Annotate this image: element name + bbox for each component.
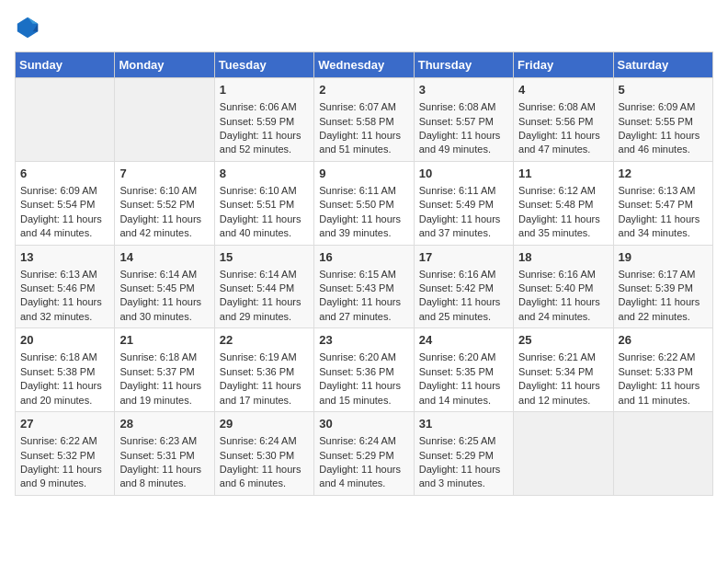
sunrise-text: Sunrise: 6:08 AM [518,100,608,114]
calendar-cell: 31Sunrise: 6:25 AMSunset: 5:29 PMDayligh… [414,412,513,496]
sunrise-text: Sunrise: 6:14 AM [119,268,209,282]
sunrise-text: Sunrise: 6:06 AM [220,100,309,114]
calendar-cell [613,412,712,496]
day-number: 26 [619,332,708,349]
sunset-text: Sunset: 5:58 PM [319,115,408,129]
day-header-friday: Friday [514,52,613,78]
svg-marker-0 [17,17,38,38]
daylight-text: Daylight: 11 hours and 44 minutes. [20,213,109,241]
sunset-text: Sunset: 5:59 PM [220,115,309,129]
day-number: 15 [220,249,309,266]
calendar-cell: 27Sunrise: 6:22 AMSunset: 5:32 PMDayligh… [16,412,115,496]
calendar-week-4: 27Sunrise: 6:22 AMSunset: 5:32 PMDayligh… [16,412,713,496]
day-number: 19 [619,249,708,266]
calendar-cell [115,78,214,162]
calendar-week-3: 20Sunrise: 6:18 AMSunset: 5:38 PMDayligh… [16,328,713,412]
daylight-text: Daylight: 11 hours and 46 minutes. [619,129,708,157]
calendar-cell: 11Sunrise: 6:12 AMSunset: 5:48 PMDayligh… [514,161,613,245]
calendar-cell: 12Sunrise: 6:13 AMSunset: 5:47 PMDayligh… [613,161,712,245]
calendar-cell: 8Sunrise: 6:10 AMSunset: 5:51 PMDaylight… [214,161,313,245]
sunrise-text: Sunrise: 6:17 AM [619,268,708,282]
calendar-cell: 23Sunrise: 6:20 AMSunset: 5:36 PMDayligh… [314,328,414,412]
sunset-text: Sunset: 5:33 PM [619,365,708,379]
logo-icon [15,15,40,40]
sunrise-text: Sunrise: 6:16 AM [518,268,608,282]
daylight-text: Daylight: 11 hours and 3 minutes. [419,463,508,491]
sunset-text: Sunset: 5:29 PM [319,449,408,463]
calendar-cell: 3Sunrise: 6:08 AMSunset: 5:57 PMDaylight… [414,78,513,162]
sunrise-text: Sunrise: 6:15 AM [319,268,408,282]
daylight-text: Daylight: 11 hours and 39 minutes. [319,213,408,241]
sunset-text: Sunset: 5:36 PM [220,365,309,379]
sunrise-text: Sunrise: 6:09 AM [619,100,708,114]
daylight-text: Daylight: 11 hours and 17 minutes. [220,379,309,408]
day-header-thursday: Thursday [414,52,513,78]
day-number: 8 [220,166,309,182]
sunset-text: Sunset: 5:52 PM [119,198,209,212]
daylight-text: Daylight: 11 hours and 19 minutes. [119,379,209,408]
calendar-cell: 9Sunrise: 6:11 AMSunset: 5:50 PMDaylight… [314,161,414,245]
day-number: 18 [518,249,608,266]
day-header-sunday: Sunday [16,52,115,78]
sunset-text: Sunset: 5:54 PM [20,198,109,212]
sunset-text: Sunset: 5:51 PM [220,198,309,212]
sunrise-text: Sunrise: 6:24 AM [220,434,309,448]
calendar-cell: 5Sunrise: 6:09 AMSunset: 5:55 PMDaylight… [613,78,712,162]
sunset-text: Sunset: 5:34 PM [518,365,608,379]
sunset-text: Sunset: 5:56 PM [518,115,608,129]
calendar-cell: 2Sunrise: 6:07 AMSunset: 5:58 PMDaylight… [314,78,414,162]
day-number: 13 [20,249,109,266]
daylight-text: Daylight: 11 hours and 51 minutes. [319,129,408,157]
daylight-text: Daylight: 11 hours and 27 minutes. [319,295,408,324]
calendar-cell: 10Sunrise: 6:11 AMSunset: 5:49 PMDayligh… [414,161,513,245]
calendar-cell: 29Sunrise: 6:24 AMSunset: 5:30 PMDayligh… [214,412,313,496]
day-number: 4 [518,82,608,98]
calendar-cell: 1Sunrise: 6:06 AMSunset: 5:59 PMDaylight… [214,78,313,162]
day-number: 22 [220,332,309,349]
day-number: 16 [319,249,408,266]
sunset-text: Sunset: 5:48 PM [518,198,608,212]
calendar-cell: 15Sunrise: 6:14 AMSunset: 5:44 PMDayligh… [214,245,313,328]
daylight-text: Daylight: 11 hours and 15 minutes. [319,379,408,408]
sunset-text: Sunset: 5:57 PM [419,115,508,129]
calendar-week-2: 13Sunrise: 6:13 AMSunset: 5:46 PMDayligh… [16,245,713,328]
sunrise-text: Sunrise: 6:11 AM [319,184,408,198]
sunrise-text: Sunrise: 6:25 AM [419,434,508,448]
calendar-cell: 13Sunrise: 6:13 AMSunset: 5:46 PMDayligh… [16,245,115,328]
sunset-text: Sunset: 5:55 PM [619,115,708,129]
sunset-text: Sunset: 5:42 PM [419,282,508,295]
sunset-text: Sunset: 5:45 PM [119,282,209,295]
sunrise-text: Sunrise: 6:09 AM [20,184,109,198]
day-number: 30 [319,416,408,432]
calendar-cell: 30Sunrise: 6:24 AMSunset: 5:29 PMDayligh… [314,412,414,496]
sunrise-text: Sunrise: 6:07 AM [319,100,408,114]
daylight-text: Daylight: 11 hours and 40 minutes. [220,213,309,241]
calendar-cell: 19Sunrise: 6:17 AMSunset: 5:39 PMDayligh… [613,245,712,328]
sunrise-text: Sunrise: 6:10 AM [119,184,209,198]
day-number: 27 [20,416,109,432]
day-number: 6 [20,166,109,182]
sunrise-text: Sunrise: 6:10 AM [220,184,309,198]
sunset-text: Sunset: 5:29 PM [419,449,508,463]
day-number: 12 [619,166,708,182]
daylight-text: Daylight: 11 hours and 6 minutes. [220,463,309,491]
day-number: 24 [419,332,508,349]
sunset-text: Sunset: 5:40 PM [518,282,608,295]
daylight-text: Daylight: 11 hours and 32 minutes. [20,295,109,324]
daylight-text: Daylight: 11 hours and 29 minutes. [220,295,309,324]
calendar-cell: 26Sunrise: 6:22 AMSunset: 5:33 PMDayligh… [613,328,712,412]
day-header-tuesday: Tuesday [214,52,313,78]
day-number: 23 [319,332,408,349]
sunrise-text: Sunrise: 6:18 AM [119,350,209,364]
day-number: 10 [419,166,508,182]
day-number: 28 [119,416,209,432]
sunrise-text: Sunrise: 6:11 AM [419,184,508,198]
calendar-week-0: 1Sunrise: 6:06 AMSunset: 5:59 PMDaylight… [16,78,713,162]
sunrise-text: Sunrise: 6:23 AM [119,434,209,448]
sunset-text: Sunset: 5:32 PM [20,449,109,463]
day-number: 2 [319,82,408,98]
day-header-wednesday: Wednesday [314,52,414,78]
sunset-text: Sunset: 5:49 PM [419,198,508,212]
day-number: 29 [220,416,309,432]
day-number: 1 [220,82,309,98]
